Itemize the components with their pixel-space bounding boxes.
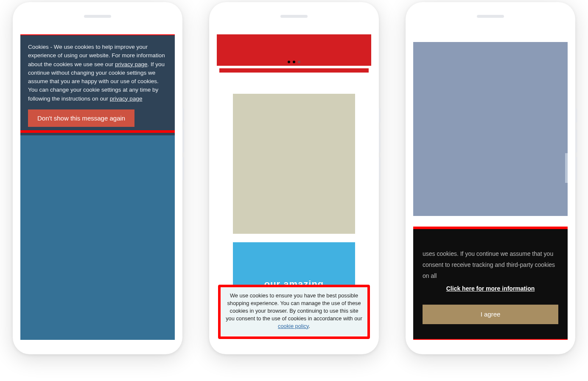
dismiss-cookie-button[interactable]: Don't show this message again [28,109,134,127]
privacy-page-link[interactable]: privacy page [110,95,143,102]
whitespace [413,34,568,42]
phone-mockup-3: uses cookies. If you continue we assume … [406,2,575,354]
cookie-policy-link[interactable]: cookie policy [278,323,308,329]
phone-side-button [575,108,577,123]
cookie-text: . [308,323,310,329]
more-information-link[interactable]: Click here for more information [423,283,558,294]
phone-side-button [182,108,184,123]
cookie-notice: We use cookies to ensure you have the be… [221,287,367,336]
phone-side-button [182,129,184,153]
phone-speaker [84,15,111,18]
phone-side-button [575,157,577,180]
page-background [413,42,568,216]
scroll-indicator [565,153,568,183]
phone-mockup-1: Cookies - We use cookies to help improve… [13,2,182,354]
content-block [233,94,355,234]
cookie-banner: Cookies - We use cookies to help improve… [20,34,175,135]
page-background [20,132,175,340]
cookie-text: uses cookies. If you continue we assume … [423,250,555,279]
phone-speaker [477,15,504,18]
agree-button[interactable]: I agree [423,305,558,324]
phone-side-button [575,129,577,153]
privacy-page-link[interactable]: privacy page [115,61,148,67]
phone-side-button [182,157,184,180]
phone-speaker [280,15,308,18]
phone-screen: uses cookies. If you continue we assume … [413,34,568,340]
carousel-dots [217,57,371,65]
cookie-banner: uses cookies. If you continue we assume … [413,227,568,340]
phone-side-button [379,157,381,180]
accent-bar [219,68,369,73]
phone-screen: our amazing We use cookies to ensure you… [217,34,371,340]
phone-screen: Cookies - We use cookies to help improve… [20,34,175,340]
phone-side-button [379,108,381,123]
phone-side-button [379,129,381,153]
phone-mockup-2: our amazing We use cookies to ensure you… [209,2,379,354]
cookie-text: We use cookies to ensure you have the be… [226,292,362,322]
